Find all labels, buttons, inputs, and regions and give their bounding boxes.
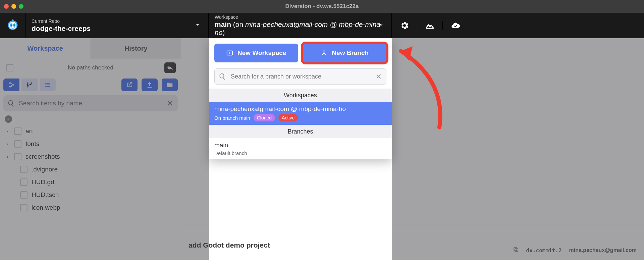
workspace-switcher[interactable]: Workspace main (on mina-pecheuxatgmail-c…: [209, 13, 392, 38]
clear-icon[interactable]: [375, 73, 382, 80]
repo-switcher[interactable]: Current Repo dodge-the-creeps: [25, 13, 209, 38]
svg-point-7: [31, 82, 32, 84]
tree-folder[interactable]: ›screenshots: [3, 150, 181, 163]
tab-workspace[interactable]: Workspace: [0, 38, 91, 59]
minimize-window-button[interactable]: [11, 4, 16, 9]
tab-history[interactable]: History: [91, 38, 181, 59]
tree-folder[interactable]: ›art: [3, 125, 181, 138]
checkbox[interactable]: [20, 178, 28, 186]
commit-title: add Godot demo project: [189, 241, 270, 249]
branch-item-title: main: [214, 142, 386, 149]
workspace-dropdown: New Workspace New Branch Workspaces mina…: [209, 38, 392, 159]
activity-button[interactable]: [417, 21, 443, 30]
commit-row[interactable]: add Godot demo project dv.commit.2 mina.…: [181, 230, 644, 260]
dropdown-search-input[interactable]: [230, 73, 375, 81]
svg-point-11: [324, 50, 325, 51]
active-badge: Active: [278, 114, 298, 121]
commit-author: mina.pecheux@gmail.com: [569, 247, 637, 253]
close-window-button[interactable]: [4, 4, 9, 9]
tree-file[interactable]: ›.dvignore: [3, 163, 181, 176]
checkbox[interactable]: [20, 166, 28, 173]
commit-id: dv.commit.2: [526, 247, 562, 254]
search-icon: [7, 100, 15, 107]
clear-icon[interactable]: [166, 100, 174, 107]
external-link-icon: [126, 81, 133, 89]
tree-file[interactable]: ›HUD.tscn: [3, 189, 181, 201]
checkbox[interactable]: [14, 127, 21, 135]
settings-button[interactable]: [392, 21, 417, 30]
workspace-label: Workspace: [215, 14, 385, 20]
checkbox[interactable]: [20, 191, 28, 199]
maximize-window-button[interactable]: [19, 4, 23, 9]
repo-label: Current Repo: [32, 18, 202, 24]
branch-icon: [26, 81, 33, 89]
workspace-item[interactable]: mina-pecheuxatgmail-com @ mbp-de-mina-ho…: [209, 102, 392, 125]
svg-rect-9: [514, 248, 517, 251]
checkbox[interactable]: [20, 204, 28, 211]
workspace-value: main (on mina-pecheuxatgmail-com @ mbp-d…: [215, 20, 385, 37]
tree-folder[interactable]: ›fonts: [3, 138, 181, 150]
mac-titlebar: Diversion - dv.ws.5521c22a: [0, 0, 644, 13]
undo-button[interactable]: [164, 62, 176, 73]
commit-meta: dv.commit.2 mina.pecheux@gmail.com: [513, 247, 637, 254]
branch-icon: [320, 49, 328, 57]
new-workspace-button[interactable]: New Workspace: [214, 44, 298, 62]
traffic-lights: [4, 4, 23, 9]
upload-button[interactable]: [142, 79, 158, 91]
dropdown-search[interactable]: [214, 68, 386, 85]
open-external-button[interactable]: [121, 79, 138, 91]
app-header: Current Repo dodge-the-creeps Workspace …: [0, 13, 644, 38]
svg-rect-8: [515, 249, 518, 252]
gear-icon: [400, 21, 409, 30]
svg-point-6: [27, 86, 29, 88]
new-workspace-icon: [226, 49, 233, 57]
branch-view-button[interactable]: [21, 79, 38, 91]
section-workspaces: Workspaces: [209, 89, 392, 102]
checkbox[interactable]: [14, 140, 21, 148]
tree-file[interactable]: ›icon.webp: [3, 201, 181, 214]
svg-point-3: [10, 24, 12, 26]
tree-icon: [8, 81, 15, 89]
tree-file[interactable]: ›HUD.gd: [3, 176, 181, 189]
section-branches: Branches: [209, 125, 392, 138]
new-folder-button[interactable]: [162, 79, 178, 91]
search-icon: [219, 73, 226, 80]
folder-plus-icon: [166, 81, 173, 89]
list-view-button[interactable]: [40, 79, 56, 91]
repo-name: dodge-the-creeps: [32, 24, 202, 33]
sidebar-toolbar: [0, 76, 181, 93]
chevron-down-icon: [194, 21, 201, 30]
workspace-item-title: mina-pecheuxatgmail-com @ mbp-de-mina-ho: [214, 105, 386, 113]
svg-point-5: [27, 82, 29, 84]
branch-item[interactable]: main Default branch: [209, 138, 392, 159]
window-title: Diversion - dv.ws.5521c22a: [0, 3, 644, 10]
activity-icon: [425, 21, 435, 30]
paths-summary: No paths checked: [0, 59, 181, 76]
cloud-sync-button[interactable]: [443, 21, 468, 30]
chevron-up-icon: [6, 117, 11, 121]
tree-view-button[interactable]: [3, 79, 19, 91]
checkbox[interactable]: [14, 153, 21, 160]
sidebar: Workspace History No paths checked: [0, 38, 181, 260]
chevron-up-icon: [377, 21, 384, 30]
cloud-check-icon: [451, 21, 460, 30]
paths-text: No paths checked: [68, 64, 113, 71]
cloned-badge: Cloned: [254, 114, 275, 121]
select-all-checkbox[interactable]: [6, 64, 13, 71]
search-input[interactable]: [18, 99, 166, 107]
branch-item-sub: Default branch: [214, 150, 386, 156]
sidebar-search[interactable]: [3, 95, 178, 111]
upload-icon: [146, 81, 153, 89]
sidebar-tabs: Workspace History: [0, 38, 181, 59]
new-branch-button[interactable]: New Branch: [303, 44, 387, 62]
copy-icon[interactable]: [513, 247, 519, 254]
collapse-all-button[interactable]: [5, 115, 12, 123]
reply-icon: [166, 64, 174, 71]
sloth-logo-icon: [6, 18, 20, 33]
app-logo[interactable]: [0, 13, 25, 38]
svg-point-4: [13, 24, 15, 26]
file-tree: ›art ›fonts ›screenshots ›.dvignore ›HUD…: [0, 113, 181, 214]
list-icon: [44, 81, 51, 89]
